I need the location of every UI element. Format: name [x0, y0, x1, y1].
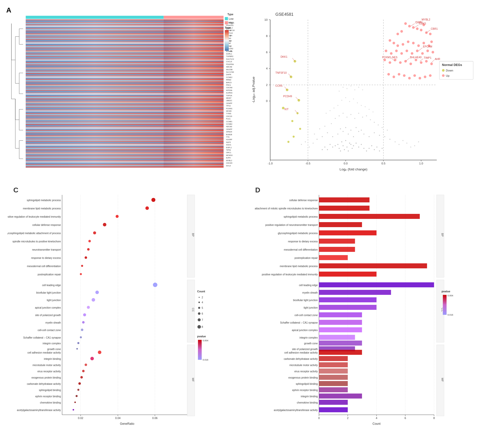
svg-point-243	[363, 148, 364, 149]
svg-rect-560	[319, 290, 391, 295]
svg-point-290	[354, 118, 355, 119]
svg-point-415	[442, 74, 444, 77]
svg-text:BHLHE40: BHLHE40	[410, 56, 421, 59]
svg-point-288	[346, 117, 347, 118]
svg-point-362	[431, 51, 434, 53]
svg-line-390	[418, 48, 422, 51]
svg-text:TIPIN: TIPIN	[226, 149, 231, 151]
svg-text:growth cone: growth cone	[47, 348, 61, 351]
svg-text:MF: MF	[192, 378, 195, 382]
svg-point-262	[327, 132, 328, 133]
svg-text:CENPF: CENPF	[226, 102, 232, 104]
svg-text:NDC80: NDC80	[226, 125, 232, 128]
svg-point-247	[366, 150, 367, 151]
svg-text:CDK5: CDK5	[419, 22, 426, 25]
svg-point-493	[74, 402, 76, 403]
svg-point-279	[398, 144, 399, 145]
svg-point-271	[316, 139, 317, 140]
svg-rect-538	[319, 197, 369, 202]
svg-text:PRC1: PRC1	[226, 84, 231, 86]
svg-text:Normal DEGs: Normal DEGs	[442, 63, 462, 67]
svg-point-366	[399, 61, 401, 64]
svg-point-257	[348, 133, 349, 134]
svg-point-376	[403, 74, 405, 77]
svg-point-293	[366, 115, 367, 116]
svg-text:carbonate dehydratase activity: carbonate dehydratase activity	[284, 358, 318, 360]
svg-point-313	[368, 109, 369, 110]
svg-text:MCM6: MCM6	[226, 110, 231, 112]
svg-text:BP: BP	[192, 233, 195, 237]
svg-text:-4: -4	[230, 50, 232, 52]
svg-point-278	[394, 141, 395, 142]
svg-rect-568	[319, 320, 362, 325]
svg-text:7: 7	[202, 319, 203, 321]
svg-text:SPAG5: SPAG5	[226, 131, 232, 133]
svg-point-282	[410, 146, 411, 147]
svg-point-336	[416, 27, 418, 30]
svg-rect-594	[319, 400, 348, 405]
svg-text:pvalue: pvalue	[441, 290, 450, 293]
svg-text:MUC5B: MUC5B	[226, 68, 233, 71]
svg-rect-189	[225, 30, 229, 51]
svg-point-297	[324, 126, 325, 127]
svg-point-375	[398, 73, 400, 75]
svg-text:acetylgalactosaminyltransferas: acetylgalactosaminyltransferase activity	[274, 409, 318, 412]
svg-text:HJURP: HJURP	[226, 138, 232, 141]
svg-point-300	[381, 127, 382, 128]
svg-point-459	[95, 291, 99, 294]
svg-text:BIRC5: BIRC5	[226, 81, 231, 84]
svg-text:TIMP1: TIMP1	[424, 56, 431, 59]
svg-rect-566	[319, 312, 362, 317]
svg-point-273	[389, 139, 390, 140]
svg-text:TYMS: TYMS	[226, 112, 231, 115]
svg-text:BP: BP	[441, 233, 444, 237]
svg-point-341	[396, 33, 399, 35]
svg-point-348	[412, 42, 414, 44]
svg-text:microtubule motor activity: microtubule motor activity	[33, 364, 61, 367]
svg-text:4: 4	[202, 301, 203, 304]
svg-text:spindle microtubules to positi: spindle microtubules to positive kinetoc…	[13, 240, 61, 243]
svg-point-359	[416, 49, 418, 52]
svg-point-252	[379, 150, 380, 151]
svg-text:CCNE2: CCNE2	[226, 76, 232, 78]
svg-point-230	[350, 144, 351, 145]
svg-point-475	[76, 348, 78, 350]
svg-point-503	[198, 312, 200, 315]
svg-point-270	[322, 136, 323, 137]
panel-a-label: A	[6, 6, 11, 14]
svg-point-258	[353, 136, 354, 137]
svg-text:myelin sheath: myelin sheath	[302, 291, 318, 294]
svg-line-388	[426, 30, 430, 32]
svg-text:TTK: TTK	[226, 136, 230, 138]
svg-text:4: 4	[230, 29, 231, 32]
svg-text:integrin binding: integrin binding	[44, 358, 61, 360]
svg-text:Type: Type	[225, 26, 231, 29]
svg-point-449	[87, 248, 90, 251]
svg-point-235	[340, 150, 341, 151]
svg-point-231	[338, 148, 339, 149]
svg-text:DKK1: DKK1	[280, 55, 287, 58]
svg-text:Log₂ (fold change): Log₂ (fold change)	[339, 167, 367, 171]
svg-text:PDGFRA: PDGFRA	[226, 63, 234, 65]
svg-point-353	[385, 49, 387, 52]
svg-point-471	[80, 336, 82, 338]
svg-text:8: 8	[202, 326, 203, 328]
svg-point-413	[442, 69, 444, 71]
svg-point-244	[327, 149, 328, 150]
svg-text:apical junction complex: apical junction complex	[35, 306, 61, 309]
svg-point-304	[345, 97, 346, 98]
svg-point-280	[402, 140, 403, 141]
svg-point-308	[337, 105, 338, 106]
svg-point-256	[342, 131, 343, 132]
svg-point-335	[412, 26, 414, 29]
svg-text:integrin complex: integrin complex	[43, 342, 61, 345]
panel-d: D Count 0 2 4 6 8 BP	[247, 182, 486, 432]
svg-point-237	[332, 146, 333, 147]
svg-text:response to dietary excess: response to dietary excess	[31, 257, 61, 259]
svg-point-346	[401, 43, 404, 45]
svg-point-371	[425, 60, 427, 62]
svg-point-380	[424, 75, 426, 78]
heatmap-svg: KCNK9 PKNOX2 ELAVL2 ZCCHC18 CYP2J2 OLFM4…	[8, 7, 242, 177]
svg-point-263	[374, 132, 375, 133]
svg-text:0.004: 0.004	[447, 294, 453, 297]
